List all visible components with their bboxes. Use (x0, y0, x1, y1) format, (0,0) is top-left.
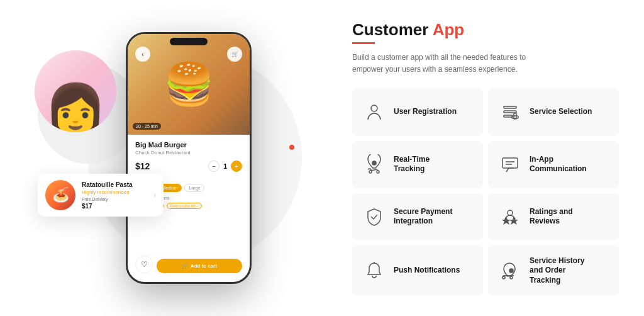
phone-top-bar: ‹ 🛒 (128, 47, 250, 62)
feature-push-notifications: Push Notifications (352, 245, 483, 296)
restaurant-name: Chuck Donut Restaurant (135, 150, 242, 155)
feature-label-secure-payment: Secure PaymentIntegration (394, 207, 452, 227)
card-subtitle: Highly recommended (82, 189, 147, 195)
feature-label-inapp-communication: In-AppCommunication (530, 155, 587, 174)
feature-label-push-notifications: Push Notifications (394, 266, 460, 276)
phone-mockup: ‹ 🛒 🍔 20 - 25 min Big Mad Burger Chuck D… (126, 32, 252, 284)
card-delivery: Free Delivery (82, 197, 147, 201)
increase-qty-button[interactable]: + (231, 161, 242, 172)
title-underline (352, 42, 375, 44)
time-badge: 20 - 25 min (133, 123, 161, 130)
food-thumbnail: 🍝 (45, 180, 75, 210)
phone-screen: ‹ 🛒 🍔 20 - 25 min Big Mad Burger Chuck D… (128, 34, 250, 282)
title-part2: App (433, 20, 465, 39)
wishlist-button[interactable]: ♡ (135, 256, 153, 273)
svg-point-16 (509, 269, 513, 273)
addition-corn[interactable]: Corn on the co... (167, 203, 202, 209)
chat-icon (498, 152, 522, 176)
star-icon (498, 205, 522, 229)
card-price: $17 (82, 203, 147, 210)
decrease-qty-button[interactable]: − (208, 161, 219, 172)
feature-inapp-communication: In-AppCommunication (488, 141, 619, 188)
svg-rect-3 (504, 115, 513, 117)
feature-label-ratings-reviews: Ratings andReviews (530, 207, 573, 227)
quantity-display: 1 (223, 163, 227, 170)
add-to-cart-label: Add to cart (191, 263, 217, 269)
section-description: Build a customer app with all the needed… (352, 52, 553, 76)
quantity-control: − 1 + (208, 161, 242, 172)
svg-rect-2 (504, 111, 516, 113)
feature-realtime-tracking: Real-TimeTracking (352, 141, 483, 188)
svg-marker-13 (502, 217, 511, 225)
title-part1: Customer (352, 20, 428, 39)
feature-ratings-reviews: Ratings andReviews (488, 193, 619, 240)
item-name: Big Mad Burger (135, 141, 242, 149)
cart-button[interactable]: 🛒 (227, 47, 242, 62)
svg-rect-1 (504, 106, 516, 108)
svg-point-17 (502, 276, 505, 279)
svg-point-7 (369, 171, 372, 173)
clock-location-icon (498, 259, 522, 283)
feature-user-registration: User Registration (352, 88, 483, 135)
feature-service-history: Service Historyand OrderTracking (488, 245, 619, 296)
burger-image: ‹ 🛒 🍔 20 - 25 min (128, 34, 250, 135)
feature-label-realtime-tracking: Real-TimeTracking (394, 155, 430, 174)
add-to-cart-button[interactable]: 🛒 Add to cart (157, 259, 242, 273)
svg-rect-9 (502, 158, 518, 168)
svg-marker-14 (509, 217, 518, 225)
card-info: Ratatouille Pasta Highly recommended Fre… (82, 181, 147, 210)
right-section: Customer App Build a customer app with a… (327, 0, 644, 316)
red-dot-decoration (289, 145, 294, 150)
card-arrow-icon: › (153, 191, 156, 200)
list-icon (498, 100, 522, 124)
location-icon (362, 152, 386, 176)
svg-point-18 (510, 276, 513, 279)
features-grid: User Registration Service Selection Real… (352, 88, 619, 296)
bell-icon (362, 259, 386, 283)
svg-point-0 (371, 105, 377, 111)
feature-service-selection: Service Selection (488, 88, 619, 135)
phone-notch (170, 38, 208, 45)
section-title: Customer App (352, 20, 619, 40)
feature-label-service-history: Service Historyand OrderTracking (530, 256, 584, 286)
shield-icon (362, 205, 386, 229)
floating-card: 🍝 Ratatouille Pasta Highly recommended F… (38, 174, 164, 217)
woman-avatar: 👩 (35, 50, 116, 132)
size-large[interactable]: Large (184, 184, 204, 192)
item-price: $12 (135, 161, 150, 171)
card-item-name: Ratatouille Pasta (82, 181, 147, 188)
back-button[interactable]: ‹ (135, 47, 150, 62)
feature-label-user-registration: User Registration (394, 107, 457, 117)
price-row: $12 − 1 + (135, 161, 242, 172)
svg-point-6 (372, 161, 376, 165)
feature-label-service-selection: Service Selection (530, 107, 592, 117)
svg-point-12 (508, 210, 513, 215)
feature-secure-payment: Secure PaymentIntegration (352, 193, 483, 240)
person-icon (362, 100, 386, 124)
left-section: 👩 ‹ 🛒 🍔 20 - 25 min Big Mad Burger Chuck… (0, 0, 327, 316)
